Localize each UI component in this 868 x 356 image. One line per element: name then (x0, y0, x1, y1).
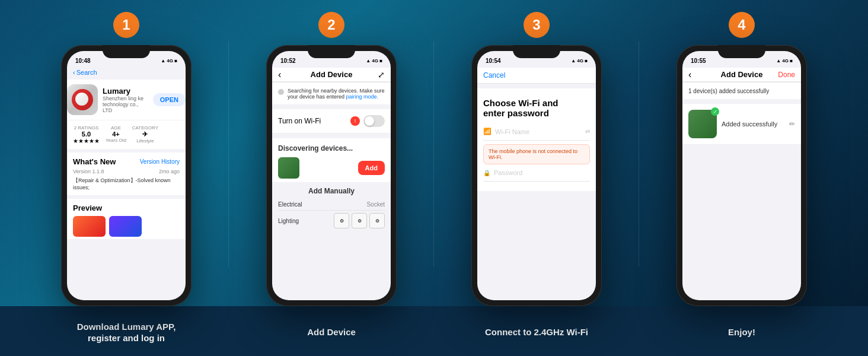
status-icons-1: ▲ 4G ■ (161, 58, 177, 63)
phone-section-2: 2 10:52 ▲ 4G ■ ‹ Add Device ⤢ (229, 12, 434, 306)
toggle-dot (365, 116, 374, 126)
app-name: Lumary (103, 87, 148, 96)
open-button[interactable]: OPEN (153, 93, 186, 106)
search-text: Searching for nearby devices. Make sure … (288, 88, 385, 100)
phone-screen-1: 10:48 ▲ 4G ■ ‹ Search (67, 51, 186, 300)
refresh-icon[interactable]: ⇄ (585, 128, 590, 135)
ratings-col: 2 RATINGS 5.0 ★★★★★ (73, 125, 100, 144)
light-icon-1[interactable]: ⚙ (334, 213, 349, 228)
discovering-row: Discovering devices... Add (272, 138, 391, 182)
phone-frame-2: 10:52 ▲ 4G ■ ‹ Add Device ⤢ Searching fo… (266, 45, 397, 306)
nav-title-4: Add Device (721, 70, 763, 79)
app-info: Lumary Shenzhen ling ke technology co., … (103, 87, 148, 113)
step-label-4: Enjoy! (639, 326, 844, 338)
phones-row: 1 10:48 ▲ 4G ■ ‹ Search (0, 0, 868, 306)
version-row: Version 1.1.8 2mo ago (73, 169, 180, 174)
app-icon-graphic (72, 89, 93, 110)
light-icon-3[interactable]: ⚙ (369, 213, 385, 228)
appstore-back[interactable]: ‹ Search (73, 69, 180, 76)
phone-screen-2: 10:52 ▲ 4G ■ ‹ Add Device ⤢ Searching fo… (272, 51, 391, 300)
wifi-toggle[interactable] (363, 115, 385, 127)
status-time-2: 10:52 (280, 58, 296, 64)
phone-screen-3: 10:54 ▲ 4G ■ Cancel Choose Wi-Fi and ent… (477, 51, 596, 300)
ratings-row: 2 RATINGS 5.0 ★★★★★ AGE 4+ Years Old CAT… (67, 120, 186, 149)
phone-section-1: 1 10:48 ▲ 4G ■ ‹ Search (24, 12, 229, 306)
add-device-button[interactable]: Add (358, 161, 385, 175)
status-time-4: 10:55 (691, 58, 706, 64)
back-icon-4[interactable]: ‹ (688, 69, 691, 80)
add-manually-title: Add Manually (278, 187, 385, 195)
phone-notch-2 (308, 45, 355, 58)
preview-thumbs (73, 216, 180, 237)
device-item: Add (278, 157, 385, 179)
added-text: Added successfully (722, 120, 777, 128)
preview-thumb-1 (73, 216, 106, 237)
step-badge-3: 3 (524, 12, 550, 38)
category-row-1: Electrical Socket (278, 199, 385, 211)
success-check-icon: ✓ (711, 107, 719, 116)
nav-bar-2: ‹ Add Device ⤢ (272, 68, 391, 82)
nav-title-2: Add Device (311, 70, 353, 79)
success-device-thumbnail: ✓ (688, 110, 717, 138)
phone-section-4: 4 10:55 ▲ 4G ■ ‹ Add Device Done 1 devic… (639, 12, 844, 306)
password-input[interactable]: Password (494, 169, 590, 176)
version-history-link[interactable]: Version History (140, 158, 180, 165)
cancel-button[interactable]: Cancel (483, 71, 505, 80)
pairing-link[interactable]: pairing mode. (346, 94, 379, 100)
search-banner: Searching for nearby devices. Make sure … (272, 83, 391, 104)
step-label-2: Add Device (229, 326, 434, 338)
status-icons-4: ▲ 4G ■ (776, 58, 793, 63)
step-badge-1: 1 (113, 12, 139, 38)
add-manually-section: Add Manually Electrical Socket Lighting … (272, 182, 391, 233)
search-dot (278, 89, 284, 95)
appstore-header: ‹ Search (67, 68, 186, 80)
preview-section: Preview (67, 199, 186, 239)
phone-frame-4: 10:55 ▲ 4G ■ ‹ Add Device Done 1 device(… (676, 45, 807, 306)
lighting-row: Lighting ⚙ ⚙ ⚙ (278, 211, 385, 231)
version-desc: 【Repair & Optimization】-Solved known iss… (73, 177, 180, 190)
wifi-name-input[interactable]: Wi-Fi Name (495, 128, 582, 135)
phone-section-3: 3 10:54 ▲ 4G ■ Cancel Choose Wi-Fi and e… (434, 12, 639, 306)
phone-notch-3 (513, 45, 560, 58)
category-col: CATEGORY ✈ Lifestyle (132, 125, 158, 144)
phone-frame-1: 10:48 ▲ 4G ■ ‹ Search (61, 45, 192, 306)
status-time-1: 10:48 (75, 58, 91, 64)
back-icon-2[interactable]: ‹ (278, 69, 281, 80)
device-thumbnail (278, 157, 299, 179)
status-time-3: 10:54 (486, 58, 501, 64)
wifi-name-row: 📶 Wi-Fi Name ⇄ (483, 128, 590, 141)
wifi-form-title: Choose Wi-Fi and enter password (483, 98, 590, 118)
phone-frame-3: 10:54 ▲ 4G ■ Cancel Choose Wi-Fi and ent… (471, 45, 602, 306)
wifi-form: Choose Wi-Fi and enter password 📶 Wi-Fi … (477, 88, 596, 191)
main-container: 1 10:48 ▲ 4G ■ ‹ Search (0, 0, 868, 356)
app-dev: Shenzhen ling ke technology co., LTD (103, 96, 148, 113)
app-row: Lumary Shenzhen ling ke technology co., … (67, 80, 186, 120)
step-label-3: Connect to 2.4GHz Wi-Fi (434, 326, 639, 338)
lighting-icons: ⚙ ⚙ ⚙ (334, 213, 385, 228)
success-device: ✓ Added successfully ✏ (682, 104, 801, 144)
expand-icon[interactable]: ⤢ (378, 70, 385, 80)
step-badge-4: 4 (729, 12, 755, 38)
cancel-bar: Cancel (477, 68, 596, 84)
app-icon (67, 84, 98, 115)
password-row: 🔒 Password (483, 169, 590, 182)
wifi-error-message: The mobile phone is not connected to Wi-… (483, 144, 590, 164)
lock-icon: 🔒 (483, 170, 490, 176)
phone-screen-4: 10:55 ▲ 4G ■ ‹ Add Device Done 1 device(… (682, 51, 801, 300)
nav-bar-4: ‹ Add Device Done (682, 68, 801, 82)
age-col: AGE 4+ Years Old (106, 125, 126, 144)
step-badge-2: 2 (318, 12, 344, 38)
success-banner: 1 device(s) added successfully (682, 83, 801, 99)
wifi-signal-icon: 📶 (483, 128, 492, 135)
done-button[interactable]: Done (778, 71, 795, 79)
bottom-bar: Download Lumary APP, register and log in… (0, 306, 868, 356)
status-icons-3: ▲ 4G ■ (571, 58, 588, 63)
wifi-badge: ! (350, 116, 360, 126)
status-icons-2: ▲ 4G ■ (366, 58, 382, 63)
edit-icon[interactable]: ✏ (789, 120, 795, 128)
light-icon-2[interactable]: ⚙ (352, 213, 367, 228)
wifi-row: Turn on Wi-Fi ! (272, 109, 391, 134)
whats-new-section: What's New Version History Version 1.1.8… (67, 152, 186, 195)
wn-header: What's New Version History (73, 157, 180, 166)
discovering-text: Discovering devices... (278, 144, 385, 152)
